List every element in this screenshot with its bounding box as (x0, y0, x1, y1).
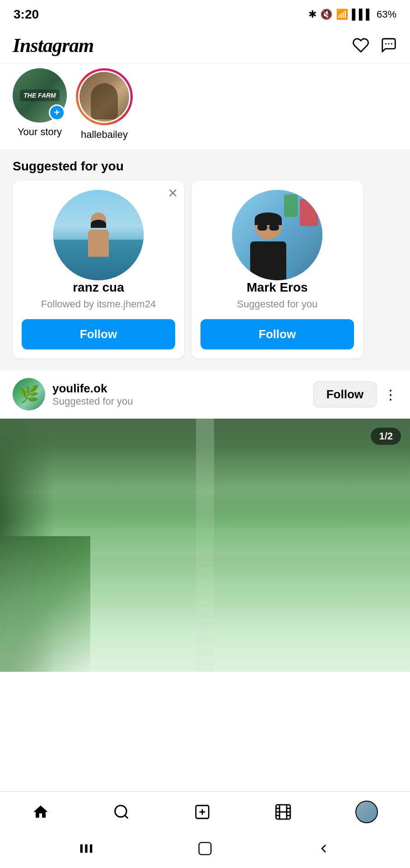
youlife-ok-sub: Suggested for you (52, 396, 133, 407)
stories-section: THE FARM + Your story hallebailey (0, 64, 410, 150)
profile-avatar-small (355, 801, 378, 823)
svg-rect-13 (85, 844, 88, 853)
youlife-ok-username: youlife.ok (52, 382, 133, 396)
mark-eros-name: Mark Eros (247, 280, 308, 295)
android-back-button[interactable] (317, 841, 331, 859)
follow-youlife-ok-button[interactable]: Follow (313, 382, 377, 407)
ranz-cua-avatar (53, 190, 144, 280)
story-label-your-story: Your story (18, 126, 62, 138)
post-author-left: 🌿 youlife.ok Suggested for you (13, 378, 133, 410)
mute-icon: 🔇 (320, 9, 332, 20)
android-menu-button[interactable] (79, 841, 93, 859)
post-image: 1/2 (0, 419, 410, 672)
mark-eros-sub: Suggested for you (237, 298, 318, 310)
story-ring-hallebailey (76, 68, 133, 125)
story-label-hallebailey: hallebailey (81, 129, 128, 141)
svg-rect-15 (199, 842, 211, 854)
post-author-row: 🌿 youlife.ok Suggested for you Follow ⋮ (0, 370, 410, 419)
battery-icon: 63% (377, 9, 396, 20)
status-bar: 3:20 ✱ 🔇 📶 ▌▌▌ 63% (0, 0, 410, 27)
follow-ranz-cua-button[interactable]: Follow (22, 319, 175, 349)
svg-rect-12 (80, 844, 83, 853)
signal-icon: ▌▌▌ (352, 9, 373, 20)
close-card-ranz-cua-button[interactable]: ✕ (168, 187, 178, 200)
svg-point-0 (115, 805, 126, 816)
android-home-button[interactable] (198, 841, 212, 859)
header-icons (352, 37, 397, 54)
status-icons: ✱ 🔇 📶 ▌▌▌ 63% (308, 9, 396, 20)
nav-profile-button[interactable] (355, 801, 378, 823)
suggested-card-mark-eros: Mark Eros Suggested for you Follow (191, 181, 363, 359)
messenger-button[interactable] (380, 37, 397, 54)
post-image-counter: 1/2 (371, 428, 401, 445)
story-item-hallebailey[interactable]: hallebailey (76, 68, 133, 141)
android-nav-bar (0, 832, 410, 868)
suggested-title: Suggested for you (0, 159, 410, 181)
ranz-cua-name: ranz cua (73, 280, 124, 295)
notifications-button[interactable] (352, 37, 369, 54)
ranz-cua-sub: Followed by itsme.jhem24 (41, 298, 156, 310)
follow-mark-eros-button[interactable]: Follow (200, 319, 354, 349)
mark-eros-avatar (232, 190, 322, 280)
svg-rect-14 (90, 844, 92, 853)
youlife-ok-avatar[interactable]: 🌿 (13, 378, 45, 410)
nav-home-button[interactable] (32, 803, 49, 821)
suggested-card-ranz-cua: ✕ ranz cua (13, 181, 184, 359)
more-options-button[interactable]: ⋮ (384, 387, 397, 402)
instagram-logo: Instagram (13, 34, 93, 57)
bottom-nav (0, 791, 410, 832)
post-author-right: Follow ⋮ (313, 382, 397, 407)
post-author-info: youlife.ok Suggested for you (52, 382, 133, 407)
bluetooth-icon: ✱ (308, 9, 317, 20)
add-story-button[interactable]: + (49, 104, 65, 121)
post-image-mist (0, 419, 410, 672)
nav-reels-button[interactable] (275, 803, 292, 821)
nav-add-button[interactable] (194, 803, 211, 821)
nav-search-button[interactable] (113, 803, 130, 821)
status-time: 3:20 (14, 7, 39, 22)
suggested-section: Suggested for you ✕ (0, 150, 410, 369)
header: Instagram (0, 27, 410, 63)
suggested-cards-container: ✕ ranz cua (0, 181, 410, 369)
story-item-your-story[interactable]: THE FARM + Your story (13, 68, 67, 141)
wifi-icon: 📶 (336, 9, 348, 20)
